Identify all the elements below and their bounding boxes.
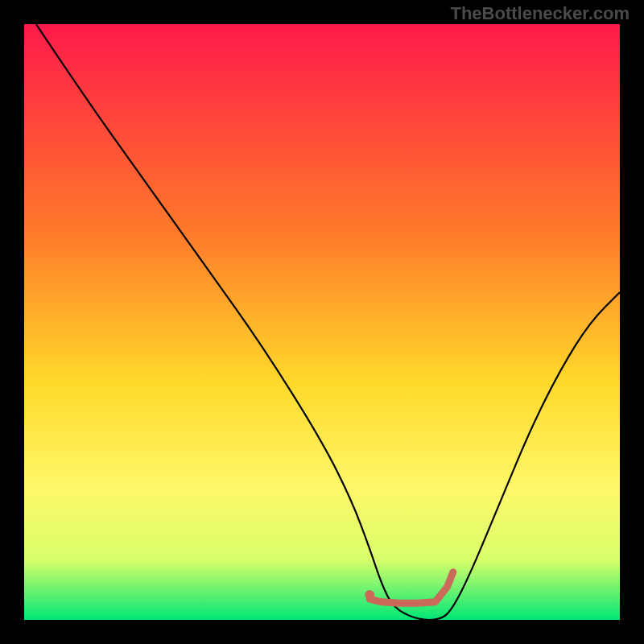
watermark-text: TheBottlenecker.com (450, 3, 630, 24)
gradient-background (24, 24, 620, 620)
chart-svg (24, 24, 620, 620)
optimal-point-dot (365, 590, 374, 600)
chart-frame (24, 24, 620, 620)
